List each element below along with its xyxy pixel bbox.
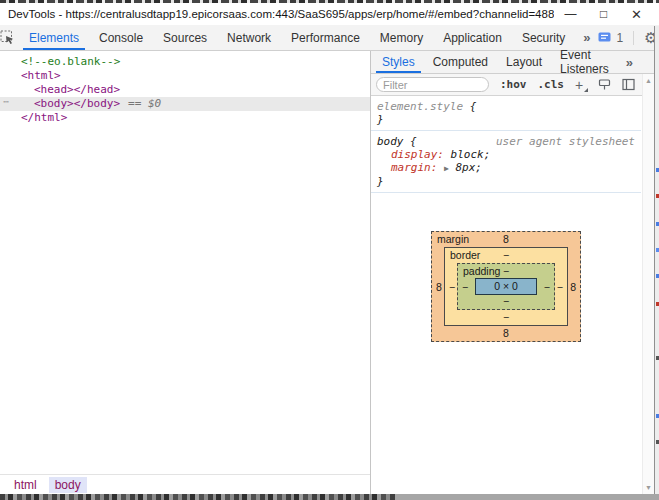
margin-top-value[interactable]: 8 — [432, 233, 580, 246]
paint-roller-icon[interactable] — [598, 78, 611, 91]
box-model-border[interactable]: border − − − − padding − − − — [444, 247, 568, 326]
padding-right-value[interactable]: − — [544, 280, 550, 293]
styles-filter-input[interactable] — [376, 77, 489, 92]
padding-bottom-value[interactable]: − — [458, 295, 554, 308]
inspect-element-button[interactable] — [0, 25, 15, 50]
tab-console[interactable]: Console — [89, 25, 153, 50]
expand-arrow-icon[interactable]: ▶ — [444, 164, 449, 173]
more-sidebar-tabs-button[interactable]: » — [618, 51, 641, 73]
close-brace: } — [377, 113, 384, 126]
devtools-content: <!--eo.blank--> <html> <head></head> ⋯<b… — [0, 51, 659, 494]
dom-tree: <!--eo.blank--> <html> <head></head> ⋯<b… — [0, 51, 370, 474]
tab-network[interactable]: Network — [217, 25, 281, 50]
breadcrumb-html[interactable]: html — [8, 477, 43, 493]
tab-elements[interactable]: Elements — [19, 25, 89, 50]
element-classes-button[interactable]: .cls — [537, 78, 564, 91]
window-controls: — □ ✕ — [554, 7, 653, 22]
background-window-edge-bottom — [0, 494, 659, 500]
styles-sidebar: Styles Computed Layout Event Listeners »… — [371, 51, 659, 494]
box-model-margin[interactable]: margin 8 8 8 8 border − − − − — [431, 231, 581, 342]
tab-styles[interactable]: Styles — [373, 51, 424, 73]
sidebar-toggle-icon[interactable] — [622, 78, 635, 91]
tab-event-listeners[interactable]: Event Listeners — [551, 51, 618, 73]
styles-scrollbar[interactable]: ▲ ▼ — [642, 74, 654, 494]
border-top-value[interactable]: − — [445, 249, 567, 262]
dom-node-body-selected[interactable]: ⋯<body></body>== $0 — [0, 97, 370, 111]
style-rules-pane: element.style { } user agent stylesheet … — [371, 96, 659, 494]
property-name[interactable]: margin: — [391, 161, 437, 174]
rule-selector: element.style — [377, 100, 463, 113]
box-model-padding[interactable]: padding − − − − 0 × 0 — [457, 263, 555, 310]
html-tag: <html> — [21, 69, 61, 82]
title-bar: DevTools - https://centralusdtapp19.epic… — [0, 3, 659, 25]
tab-application[interactable]: Application — [433, 25, 512, 50]
border-right-value[interactable]: − — [557, 280, 563, 293]
margin-right-value[interactable]: 8 — [570, 280, 576, 293]
border-left-value[interactable]: − — [449, 280, 455, 293]
tab-label: Event Listeners — [560, 48, 609, 76]
stylesheet-origin: user agent stylesheet — [496, 135, 635, 148]
scroll-down-icon[interactable]: ▼ — [645, 484, 652, 491]
html-comment: <!--eo.blank--> — [21, 55, 120, 68]
element-style-rule[interactable]: element.style { } — [371, 96, 641, 131]
padding-left-value[interactable]: − — [462, 280, 468, 293]
dropdown-corner-icon — [584, 88, 588, 92]
plus-icon: + — [575, 77, 583, 93]
chevron-double-icon: » — [626, 55, 633, 70]
devtools-toolbar-right: 1 ⚙ ⋮ — [598, 25, 659, 50]
tab-label: Memory — [380, 31, 423, 45]
toolbar-divider — [633, 31, 634, 45]
tab-sources[interactable]: Sources — [153, 25, 217, 50]
dom-node-comment[interactable]: <!--eo.blank--> — [0, 55, 370, 69]
tab-security[interactable]: Security — [512, 25, 575, 50]
tab-label: Sources — [163, 31, 207, 45]
breadcrumb-body[interactable]: body — [49, 477, 87, 493]
margin-left-value[interactable]: 8 — [436, 280, 442, 293]
dom-node-html-close[interactable]: </html> — [0, 111, 370, 125]
html-close-tag: </html> — [21, 111, 67, 124]
gutter-ellipsis-icon: ⋯ — [3, 95, 9, 109]
css-property-display[interactable]: display: block; — [377, 148, 635, 161]
tab-layout[interactable]: Layout — [497, 51, 551, 73]
head-tag: <head></head> — [34, 83, 120, 96]
open-brace: { — [410, 135, 417, 148]
border-bottom-value[interactable]: − — [445, 311, 567, 324]
message-count: 1 — [616, 31, 623, 45]
box-model-content[interactable]: 0 × 0 — [475, 278, 537, 295]
tab-label: Performance — [291, 31, 360, 45]
tab-label: Application — [443, 31, 502, 45]
margin-bottom-value[interactable]: 8 — [432, 327, 580, 340]
tab-label: Network — [227, 31, 271, 45]
tab-label: Computed — [433, 55, 488, 69]
background-page-sliver — [654, 26, 659, 500]
tab-computed[interactable]: Computed — [424, 51, 497, 73]
new-style-rule-button[interactable]: + — [575, 77, 587, 93]
body-rule[interactable]: user agent stylesheet body { display: bl… — [371, 131, 641, 193]
more-tabs-button[interactable]: » — [575, 25, 598, 50]
window-title: DevTools - https://centralusdtapp19.epic… — [8, 8, 554, 20]
toggle-element-state-button[interactable]: :hov — [500, 78, 527, 91]
maximize-button[interactable]: □ — [587, 7, 620, 21]
open-brace: { — [470, 100, 477, 113]
sidebar-tab-bar: Styles Computed Layout Event Listeners » — [371, 51, 659, 74]
devtools-window: DevTools - https://centralusdtapp19.epic… — [0, 0, 659, 500]
message-bubble-icon — [598, 32, 611, 43]
dom-node-html-open[interactable]: <html> — [0, 69, 370, 83]
padding-top-value[interactable]: − — [458, 265, 554, 278]
minimize-button[interactable]: — — [554, 7, 587, 21]
console-messages-indicator[interactable]: 1 — [598, 31, 623, 45]
dom-node-head[interactable]: <head></head> — [0, 83, 370, 97]
tab-label: Styles — [382, 55, 415, 69]
tab-memory[interactable]: Memory — [370, 25, 433, 50]
css-property-margin[interactable]: margin: ▶ 8px; — [377, 161, 635, 175]
property-value[interactable]: 8px; — [455, 161, 482, 174]
styles-toolbar: :hov .cls + — [371, 74, 659, 96]
close-button[interactable]: ✕ — [620, 7, 653, 22]
scroll-up-icon[interactable]: ▲ — [645, 77, 652, 84]
property-name[interactable]: display: — [391, 148, 444, 161]
property-value[interactable]: block; — [451, 148, 491, 161]
content-size-value: 0 × 0 — [494, 280, 518, 293]
tab-label: Security — [522, 31, 565, 45]
tab-performance[interactable]: Performance — [281, 25, 370, 50]
box-model-diagram[interactable]: margin 8 8 8 8 border − − − − — [431, 231, 581, 342]
